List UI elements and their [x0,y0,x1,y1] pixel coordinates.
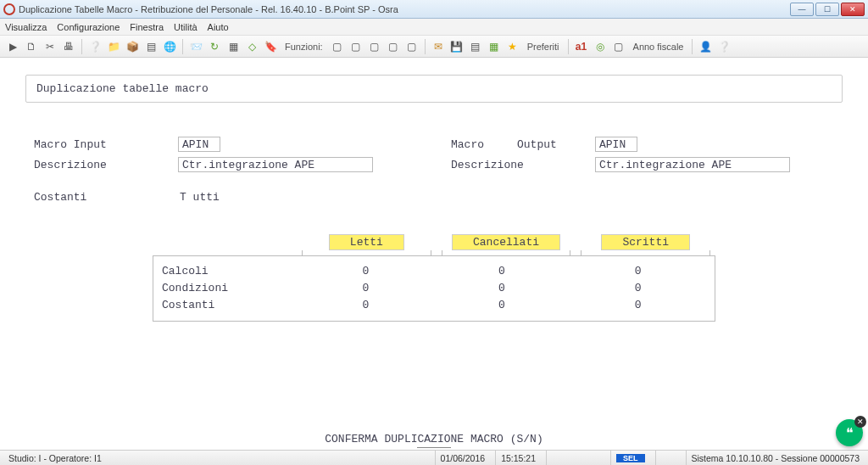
input-cursor[interactable] [417,447,451,448]
app-window: Duplicazione Tabelle Macro - Retribuzion… [0,0,868,465]
row-cancellati: 0 [434,280,570,297]
toolbar-sep [182,39,183,54]
toolbar-cut-icon[interactable]: ✂ [42,39,58,54]
toolbar-calc-icon[interactable]: ▤ [468,39,483,54]
toolbar-star-icon[interactable]: ★ [505,39,520,54]
toolbar-funzioni-label: Funzioni: [285,42,323,52]
table-row: Costanti 0 0 0 [162,297,706,314]
row-cancellati: 0 [434,263,570,280]
output-column: Macro Output APIN Descrizione Ctr.integr… [451,137,834,209]
row-letti: 0 [298,280,434,297]
maximize-button[interactable]: ☐ [815,3,839,16]
descrizione-output-field[interactable]: Ctr.integrazione APE [595,157,790,172]
row-name: Condizioni [162,280,298,297]
costanti-label: Costanti [34,191,178,204]
macro-input-label: Macro Input [34,138,178,151]
menu-aiuto[interactable]: Aiuto [208,22,229,32]
toolbar-annofiscale-label[interactable]: Anno fiscale [633,42,684,52]
toolbar-run-icon[interactable]: ▶ [5,39,20,54]
row-name: Calcoli [162,263,298,280]
toolbar-print-icon[interactable]: 🖶 [61,39,76,54]
status-sel-badge: SEL [616,454,645,462]
costanti-value: T utti [178,191,220,204]
toolbar-year-icon[interactable]: ▢ [611,39,626,54]
row-scritti: 0 [570,263,706,280]
section-header: Duplicazione tabelle macro [25,75,843,103]
status-date: 01/06/2016 [435,451,491,465]
toolbar-tag-icon[interactable]: 🔖 [263,39,278,54]
toolbar-fn5-icon[interactable]: ▢ [404,39,420,54]
content-area: Duplicazione tabelle macro Macro Input A… [0,58,868,428]
row-name: Costanti [162,297,298,314]
toolbar-refresh-icon[interactable]: ↻ [207,39,222,54]
menu-finestra[interactable]: Finestra [130,22,164,32]
toolbar-globe-icon[interactable]: 🌐 [162,39,177,54]
header-scritti: Scritti [601,234,690,250]
macro-input-field[interactable]: APIN [178,137,220,152]
status-time: 15:15:21 [495,451,541,465]
chat-fab[interactable]: ❝ ✕ [836,419,863,446]
app-icon [3,3,15,15]
toolbar-doc-icon[interactable]: 🗋 [24,39,39,54]
window-buttons: — ☐ ✕ [790,3,865,16]
section-title: Duplicazione tabelle macro [36,82,209,95]
row-letti: 0 [298,297,434,314]
menu-visualizza[interactable]: Visualizza [5,22,47,32]
toolbar-a1-icon[interactable]: a1 [574,39,589,54]
form-area: Macro Input APIN Descrizione Ctr.integra… [34,137,834,209]
titlebar: Duplicazione Tabelle Macro - Retribuzion… [0,0,868,19]
toolbar-help-icon[interactable]: ❔ [87,39,103,54]
toolbar-fn1-icon[interactable]: ▢ [330,39,345,54]
descrizione-input-label: Descrizione [34,159,178,171]
toolbar-grid-icon[interactable]: ▦ [225,39,241,54]
statusbar: Studio: I - Operatore: I1 01/06/2016 15:… [0,450,868,465]
toolbar-user-icon[interactable]: 👤 [698,39,713,54]
table-row: Calcoli 0 0 0 [162,263,706,280]
row-scritti: 0 [570,280,706,297]
descrizione-input-field[interactable]: Ctr.integrazione APE [178,157,373,172]
toolbar-preferiti-label[interactable]: Preferiti [527,42,559,52]
quote-icon: ❝ [846,425,854,441]
toolbar-list-icon[interactable]: ▤ [143,39,159,54]
input-column: Macro Input APIN Descrizione Ctr.integra… [34,137,417,209]
toolbar-mail-icon[interactable]: ✉ [431,39,446,54]
toolbar-cal-icon[interactable]: ◎ [593,39,608,54]
close-fab-icon[interactable]: ✕ [854,416,866,428]
counts-grid: Letti Cancellati Scritti Calcoli 0 0 0 C… [153,234,715,322]
toolbar-folder-icon[interactable]: 📁 [106,39,121,54]
toolbar-fn4-icon[interactable]: ▢ [386,39,401,54]
toolbar-sep [81,39,82,54]
toolbar-disk-icon[interactable]: 💾 [449,39,465,54]
status-session: Sistema 10.10.10.80 - Sessione 00000573 [686,451,865,465]
menu-configurazione[interactable]: Configurazione [57,22,120,32]
toolbar-sep [692,39,693,54]
menubar: Visualizza Configurazione Finestra Utili… [0,19,868,36]
macro-output-label: Macro Output [451,138,595,151]
toolbar-sep [425,39,426,54]
row-letti: 0 [298,263,434,280]
table-row: Condizioni 0 0 0 [162,280,706,297]
toolbar-fn3-icon[interactable]: ▢ [367,39,382,54]
row-scritti: 0 [570,297,706,314]
confirm-prompt: CONFERMA DUPLICAZIONE MACRO (S/N) [0,428,868,450]
toolbar-info-icon[interactable]: ❔ [716,39,732,54]
toolbar-sep [568,39,569,54]
menu-utilita[interactable]: Utilità [174,22,198,32]
window-title: Duplicazione Tabelle Macro - Retribuzion… [19,4,790,14]
close-button[interactable]: ✕ [841,3,865,16]
toolbar-book-icon[interactable]: ◇ [244,39,259,54]
toolbar-fn2-icon[interactable]: ▢ [348,39,364,54]
header-letti: Letti [329,234,404,250]
descrizione-output-label: Descrizione [451,159,595,171]
row-cancellati: 0 [434,297,570,314]
macro-output-field[interactable]: APIN [595,137,637,152]
toolbar-excel-icon[interactable]: ▦ [487,39,502,54]
toolbar: ▶ 🗋 ✂ 🖶 ❔ 📁 📦 ▤ 🌐 📨 ↻ ▦ ◇ 🔖 Funzioni: ▢ … [0,36,868,58]
status-studio: Studio: I - Operatore: I1 [3,451,107,465]
toolbar-send-icon[interactable]: 📨 [188,39,203,54]
header-cancellati: Cancellati [452,234,560,250]
toolbar-box-icon[interactable]: 📦 [125,39,140,54]
minimize-button[interactable]: — [790,3,814,16]
